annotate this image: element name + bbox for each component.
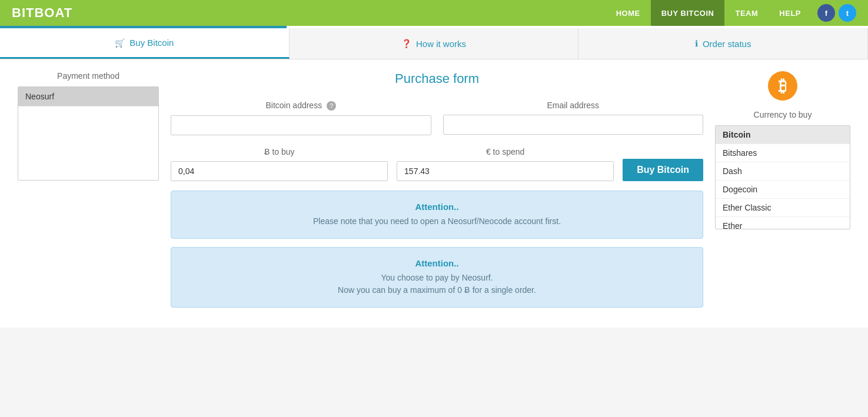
to-buy-input[interactable] — [171, 161, 388, 181]
facebook-icon[interactable]: f — [817, 4, 835, 22]
alert-2-title: Attention.. — [183, 258, 691, 268]
currency-panel: ₿ Currency to buy Bitcoin Bitshares Dash… — [715, 71, 850, 316]
alert-1-title: Attention.. — [183, 202, 691, 212]
alert-neosurf-account: Attention.. Please note that you need to… — [171, 191, 703, 239]
email-address-group: Email address — [443, 101, 704, 135]
buy-bitcoin-button[interactable]: Buy Bitcoin — [623, 159, 703, 181]
bitcoin-address-input[interactable] — [171, 115, 431, 135]
cart-icon: 🛒 — [115, 38, 125, 48]
payment-method-list[interactable]: Neosurf — [18, 86, 159, 181]
alert-2-text: You choose to pay by Neosurf.Now you can… — [183, 272, 691, 296]
to-buy-label: Ƀ to buy — [171, 147, 388, 156]
question-icon: ❓ — [401, 39, 411, 48]
alert-1-text: Please note that you need to open a Neos… — [183, 215, 691, 228]
amount-row: Ƀ to buy € to spend Buy Bitcoin — [171, 147, 703, 181]
to-spend-input[interactable] — [397, 161, 614, 181]
payment-method-label: Payment method — [18, 71, 159, 81]
alert-neosurf-max: Attention.. You choose to pay by Neosurf… — [171, 247, 703, 308]
currency-list-inner[interactable]: Bitcoin Bitshares Dash Dogecoin Ether Cl… — [716, 126, 850, 229]
bitcoin-address-label: Bitcoin address ? — [171, 101, 431, 111]
currency-bitcoin[interactable]: Bitcoin — [716, 126, 850, 144]
currency-dogecoin[interactable]: Dogecoin — [716, 181, 850, 199]
info-icon: ℹ — [695, 39, 698, 48]
currency-dash[interactable]: Dash — [716, 162, 850, 181]
nav-help[interactable]: HELP — [769, 0, 812, 26]
to-spend-label: € to spend — [397, 147, 614, 156]
twitter-icon[interactable]: t — [839, 4, 856, 22]
currency-ether-classic[interactable]: Ether Classic — [716, 199, 850, 217]
content-area: Payment method Neosurf Purchase form Bit… — [0, 59, 868, 328]
tab-buy-bitcoin[interactable]: 🛒 Buy Bitcoin — [0, 28, 290, 59]
tab-order-status[interactable]: ℹ Order status — [578, 28, 868, 59]
social-icons: f t — [817, 4, 856, 22]
tooltip-icon[interactable]: ? — [327, 101, 336, 111]
nav: HOME BUY BITCOIN TEAM HELP f t — [606, 0, 856, 26]
bitcoin-address-group: Bitcoin address ? — [171, 101, 431, 135]
tab-how-it-works-label: How it works — [416, 39, 466, 49]
address-email-row: Bitcoin address ? Email address — [171, 101, 703, 135]
logo: BITBOAT — [12, 5, 72, 21]
to-spend-group: € to spend — [397, 147, 614, 181]
currency-ether[interactable]: Ether — [716, 217, 850, 229]
header: BITBOAT HOME BUY BITCOIN TEAM HELP f t — [0, 0, 868, 26]
tab-buy-bitcoin-label: Buy Bitcoin — [129, 38, 174, 48]
currency-label: Currency to buy — [715, 110, 850, 119]
tab-order-status-label: Order status — [703, 39, 751, 49]
main-container: 🛒 Buy Bitcoin ❓ How it works ℹ Order sta… — [0, 26, 868, 328]
bitcoin-logo: ₿ — [768, 71, 797, 101]
email-address-input[interactable] — [443, 115, 704, 135]
purchase-form-panel: Purchase form Bitcoin address ? Email ad… — [171, 71, 703, 316]
tab-how-it-works[interactable]: ❓ How it works — [290, 28, 579, 59]
form-title: Purchase form — [171, 71, 703, 86]
email-address-label: Email address — [443, 101, 704, 110]
nav-home[interactable]: HOME — [606, 0, 651, 26]
nav-team[interactable]: TEAM — [724, 0, 769, 26]
payment-method-panel: Payment method Neosurf — [18, 71, 159, 316]
tab-bar: 🛒 Buy Bitcoin ❓ How it works ℹ Order sta… — [0, 28, 868, 59]
to-buy-group: Ƀ to buy — [171, 147, 388, 181]
nav-buy-bitcoin[interactable]: BUY BITCOIN — [651, 0, 725, 26]
currency-bitshares[interactable]: Bitshares — [716, 144, 850, 162]
payment-method-neosurf[interactable]: Neosurf — [18, 87, 158, 106]
currency-list: Bitcoin Bitshares Dash Dogecoin Ether Cl… — [715, 125, 850, 229]
